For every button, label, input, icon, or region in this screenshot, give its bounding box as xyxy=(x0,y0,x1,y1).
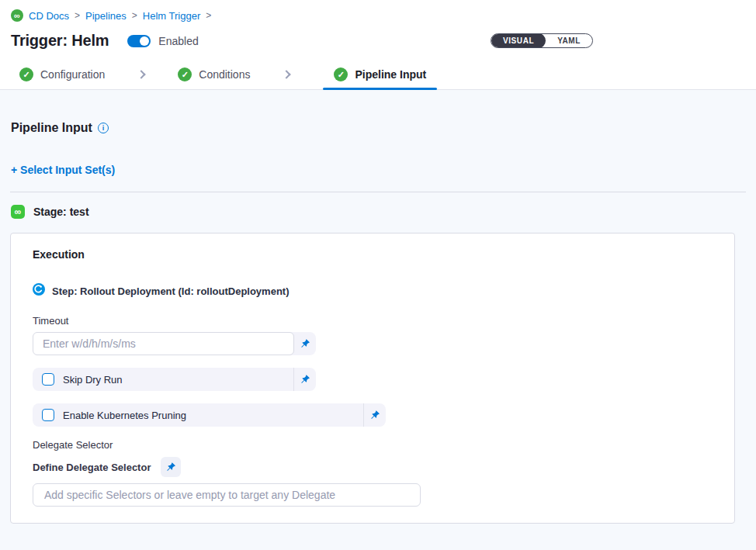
harness-cd-logo-icon: ∞ xyxy=(11,9,23,22)
select-input-sets-row: + Select Input Set(s) xyxy=(10,163,746,177)
visual-view-button[interactable]: VISUAL xyxy=(491,33,546,48)
check-icon: ✓ xyxy=(178,67,192,81)
stage-header[interactable]: ∞ Stage: test xyxy=(10,203,746,220)
wizard-tab-bar: ✓ Configuration ✓ Conditions ✓ Pipeline … xyxy=(0,60,756,90)
breadcrumb: ∞ CD Docs > Pipelines > Helm Trigger > xyxy=(11,9,745,22)
chevron-right-icon xyxy=(283,70,291,78)
execution-card-title: Execution xyxy=(33,248,713,261)
tab-configuration[interactable]: ✓ Configuration xyxy=(19,60,105,89)
stage-label: Stage: test xyxy=(33,206,89,218)
visual-yaml-toggle: VISUAL YAML xyxy=(491,33,593,48)
timeout-input-group xyxy=(33,332,316,355)
skip-dry-run-label: Skip Dry Run xyxy=(63,374,123,386)
toggle-knob xyxy=(140,36,149,46)
breadcrumb-helm-trigger[interactable]: Helm Trigger xyxy=(143,10,200,22)
pin-button[interactable] xyxy=(161,457,181,477)
pin-icon[interactable] xyxy=(294,332,316,355)
select-input-sets-link[interactable]: + Select Input Set(s) xyxy=(11,164,115,176)
breadcrumb-separator: > xyxy=(75,10,80,21)
pin-icon[interactable] xyxy=(363,403,386,427)
tab-label: Configuration xyxy=(40,68,105,81)
pin-icon[interactable] xyxy=(293,368,316,391)
step-header: Step: Rollout Deployment (Id: rolloutDep… xyxy=(33,283,713,299)
tab-pipeline-input[interactable]: ✓ Pipeline Input xyxy=(323,60,437,89)
yaml-view-button[interactable]: YAML xyxy=(546,33,592,48)
delegate-selectors-input[interactable] xyxy=(33,483,421,507)
page-header: ∞ CD Docs > Pipelines > Helm Trigger > T… xyxy=(0,0,756,60)
enabled-toggle-label: Enabled xyxy=(158,35,198,47)
enable-kubernetes-pruning-label: Enable Kubernetes Pruning xyxy=(63,410,186,421)
timeout-label: Timeout xyxy=(33,315,713,327)
section-title: Pipeline Input xyxy=(11,121,92,135)
stage-cd-icon: ∞ xyxy=(11,205,25,219)
enable-kubernetes-pruning-checkbox[interactable] xyxy=(42,409,54,421)
page-title: Trigger: Helm xyxy=(11,32,109,50)
breadcrumb-pipelines[interactable]: Pipelines xyxy=(85,10,127,22)
tab-label: Pipeline Input xyxy=(355,68,426,81)
define-delegate-selector-label: Define Delegate Selector xyxy=(33,462,151,473)
execution-card: Execution Step: Rollout Deployment (Id: … xyxy=(10,233,735,524)
delegate-selector-label: Delegate Selector xyxy=(33,439,713,451)
timeout-input[interactable] xyxy=(33,332,294,355)
divider xyxy=(10,192,746,192)
title-row: Trigger: Helm Enabled VISUAL YAML xyxy=(11,32,745,50)
step-label: Step: Rollout Deployment (Id: rolloutDep… xyxy=(52,285,290,297)
tab-label: Conditions xyxy=(199,68,250,81)
enable-kubernetes-pruning-row: Enable Kubernetes Pruning xyxy=(33,403,386,427)
skip-dry-run-checkbox[interactable] xyxy=(42,373,54,386)
tab-conditions[interactable]: ✓ Conditions xyxy=(178,60,250,89)
chevron-right-icon xyxy=(137,70,146,78)
define-delegate-row: Define Delegate Selector xyxy=(33,457,713,477)
pipeline-input-panel: Pipeline Input i + Select Input Set(s) ∞… xyxy=(0,90,756,550)
breadcrumb-cd-docs[interactable]: CD Docs xyxy=(29,10,69,22)
section-head: Pipeline Input i xyxy=(10,121,746,135)
breadcrumb-separator: > xyxy=(132,10,137,21)
skip-dry-run-row: Skip Dry Run xyxy=(33,368,316,391)
rollout-step-icon xyxy=(33,283,45,299)
enabled-toggle[interactable] xyxy=(127,35,151,47)
info-icon[interactable]: i xyxy=(98,123,109,133)
breadcrumb-separator: > xyxy=(206,10,211,21)
check-icon: ✓ xyxy=(19,67,33,81)
check-icon: ✓ xyxy=(334,67,348,81)
